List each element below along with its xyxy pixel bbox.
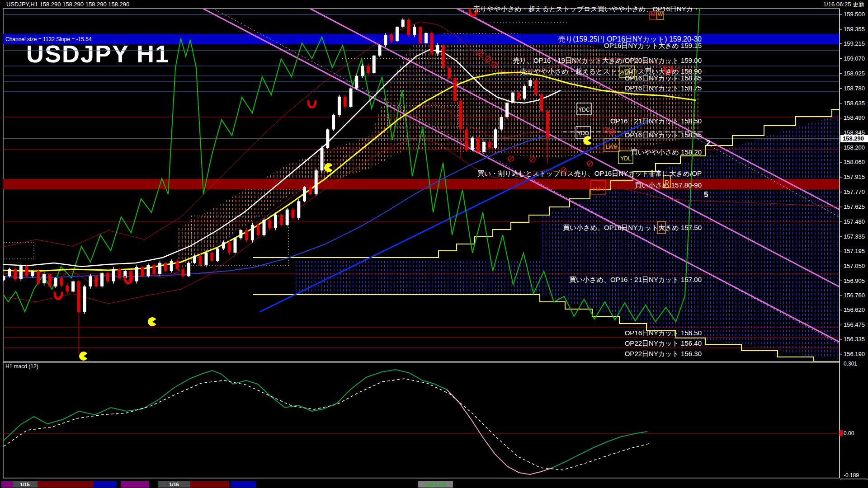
macd-tick-label: 0.301 xyxy=(844,361,857,367)
price-tick-label: 157.195 xyxy=(844,248,865,254)
price-tick-label: 156.760 xyxy=(844,292,865,299)
level-annotation: 売り、OP16・19日NYカット大きめ/OP20日NYカット 159.00 xyxy=(513,56,702,64)
price-tick-label: 157.335 xyxy=(844,233,865,240)
chart-drawing-layer: USDJPY H1Channel size = 1132 Slope = -15… xyxy=(0,0,868,488)
timeline-date-2[interactable]: 1/16 xyxy=(169,482,179,487)
price-tick-label: 158.780 xyxy=(844,85,865,92)
svg-text:YDO: YDO xyxy=(577,130,589,136)
level-annotation: OP22日NYカット 156.40 xyxy=(625,339,702,347)
level-annotation: OP16日NYカット 156.50 xyxy=(625,329,702,337)
macd-indicator-label: H1 macd (12) xyxy=(5,363,38,370)
svg-text:LWH: LWH xyxy=(606,144,618,150)
band-annotation: 売り(159.25円 OP16日NYカット) 159.20-30 xyxy=(558,35,702,43)
timeline-segment xyxy=(1,481,13,488)
watermark: USDJPY H1 xyxy=(26,40,170,67)
level-annotation: 買い小さめ、OP16日NYカット大きめ 157.50 xyxy=(563,224,702,231)
macd-tick-label: 0.00 xyxy=(844,430,854,436)
price-tick-label: 158.060 xyxy=(844,159,865,165)
price-tick-label: 156.905 xyxy=(844,277,865,284)
price-tick-label: 159.070 xyxy=(844,55,865,62)
channel-label: Channel size = 1132 Slope = -15.54 xyxy=(5,36,92,42)
wave-count-label: 5 xyxy=(704,190,708,199)
buy-band xyxy=(3,179,840,189)
price-tick-label: 159.500 xyxy=(844,11,865,18)
macd-toggle-button[interactable]: macd ON xyxy=(425,482,446,487)
timeline-segment xyxy=(190,481,229,488)
price-chart[interactable]: USDJPY H1Channel size = 1132 Slope = -15… xyxy=(0,0,868,488)
level-annotation: OP16日NYカット 158.85 xyxy=(625,74,702,82)
wave-count-label: 2 xyxy=(706,139,710,147)
price-tick-label: 157.625 xyxy=(844,203,865,210)
updated-time: 1/16 06:25 更新 xyxy=(823,1,864,8)
timeline-date-1[interactable]: 1/15 xyxy=(20,482,29,487)
price-tick-label: 156.620 xyxy=(844,306,865,313)
timeline-segment xyxy=(38,481,94,488)
price-tick-label: 157.770 xyxy=(844,188,865,195)
current-price-label: 158.290 xyxy=(843,135,864,142)
level-annotation: 買い小さめ、OP16・21日NYカット 157.00 xyxy=(569,276,702,283)
timeline-segment xyxy=(231,481,256,488)
price-tick-label: 158.635 xyxy=(844,100,865,107)
watermark-and-channel-label: USDJPY H1Channel size = 1132 Slope = -15… xyxy=(5,36,170,67)
price-tick-label: 156.335 xyxy=(844,336,865,343)
level-annotation: OP16日NYカット 158.75 xyxy=(625,84,702,92)
macd-tick-label: -0.189 xyxy=(844,472,859,479)
level-annotation: OP22日NYカット 156.30 xyxy=(625,350,702,357)
price-tick-label: 158.925 xyxy=(844,70,865,77)
level-annotation: 買い・割り込むとストップロス売り、OP16日NYカット非常に大きめ/OP xyxy=(477,169,702,177)
price-tick-label: 159.215 xyxy=(844,40,865,47)
symbol-info: USDJPY,H1 158.290 158.290 158.290 158.29… xyxy=(6,1,129,8)
price-tick-label: 158.200 xyxy=(844,144,865,151)
price-tick-label: 157.050 xyxy=(844,263,865,269)
price-tick-label: 156.190 xyxy=(844,351,865,357)
price-tick-label: 156.475 xyxy=(844,321,865,328)
price-tick-label: 157.915 xyxy=(844,174,865,180)
timeline-segment xyxy=(121,481,149,488)
level-annotation: 買いやや小さめ 158.20 xyxy=(631,148,702,156)
level-annotation: 買い小さめ 157.80-90 xyxy=(635,181,702,189)
top-annotation: 売りやや小さめ・超えるとストップロス買いやや小さめ、OP16日NYカ・ xyxy=(473,5,700,13)
price-tick-label: 159.355 xyxy=(844,26,865,33)
level-annotation: OP16・21日NYカット 158.50 xyxy=(610,117,702,125)
price-tick-label: 157.480 xyxy=(844,218,865,225)
svg-text:LMH: LMH xyxy=(593,186,604,192)
price-axis: 159.500159.355159.215159.070158.925158.7… xyxy=(840,0,868,488)
svg-text:YDC: YDC xyxy=(578,107,590,113)
mt4-chart-window: USDJPY H1Channel size = 1132 Slope = -15… xyxy=(0,0,868,488)
svg-text:YDL: YDL xyxy=(620,155,631,162)
price-tick-label: 158.490 xyxy=(844,114,865,121)
level-annotation: OP16日NYカット 158.35 xyxy=(625,131,702,139)
timeline-segment xyxy=(94,481,117,488)
